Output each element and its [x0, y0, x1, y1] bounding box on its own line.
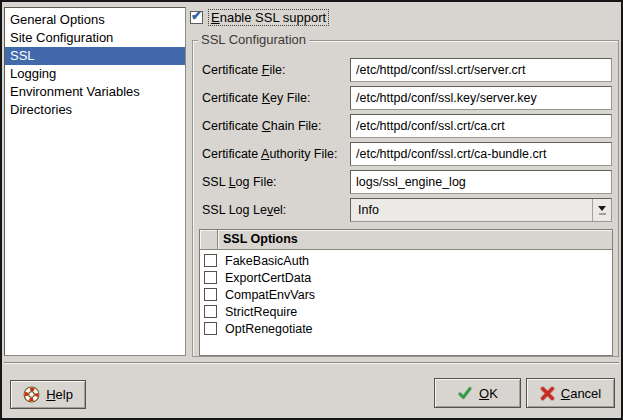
sidebar-item-site-configuration[interactable]: Site Configuration [5, 29, 185, 47]
exportcertdata-label: ExportCertData [225, 271, 311, 285]
sidebar-item-ssl[interactable]: SSL [5, 47, 185, 65]
strictrequire-checkbox[interactable] [204, 305, 217, 318]
check-icon: ✔ [191, 9, 202, 22]
option-row-fakebasicauth[interactable]: FakeBasicAuth [200, 252, 612, 269]
certificate-file-label: Certificate File: [202, 63, 285, 77]
ssl-settings-dialog: General Options Site Configuration SSL L… [0, 0, 623, 420]
sidebar-item-environment-variables[interactable]: Environment Variables [5, 83, 185, 101]
ssl-log-level-value: Info [351, 203, 592, 217]
enable-ssl-checkbox[interactable]: ✔ [190, 11, 203, 24]
ssl-log-file-label: SSL Log File: [202, 175, 277, 189]
ok-button[interactable]: OK [434, 378, 521, 408]
certificate-file-row: Certificate File: [202, 58, 612, 82]
certificate-authority-file-row: Certificate Authority File: [202, 142, 612, 166]
certificate-chain-file-label: Certificate Chain File: [202, 119, 322, 133]
cancel-button[interactable]: Cancel [526, 378, 615, 408]
option-row-compatenvvars[interactable]: CompatEnvVars [200, 286, 612, 303]
cancel-x-icon [540, 386, 555, 401]
fakebasicauth-label: FakeBasicAuth [225, 254, 309, 268]
ok-check-icon [457, 385, 473, 401]
certificate-key-file-label: Certificate Key File: [202, 91, 310, 105]
chevron-down-icon [598, 206, 606, 211]
sidebar-item-general-options[interactable]: General Options [5, 11, 185, 29]
ssl-options-table-header: SSL Options [200, 230, 612, 250]
ssl-log-level-label: SSL Log Level: [202, 203, 286, 217]
certificate-authority-file-input[interactable] [350, 142, 612, 166]
strictrequire-label: StrictRequire [225, 305, 297, 319]
compatenvvars-checkbox[interactable] [204, 288, 217, 301]
fakebasicauth-checkbox[interactable] [204, 254, 217, 267]
ssl-options-table-body: FakeBasicAuth ExportCertData CompatEnvVa… [200, 250, 612, 337]
certificate-chain-file-input[interactable] [350, 114, 612, 138]
ok-button-label: OK [479, 386, 498, 401]
optrenegotiate-label: OptRenegotiate [225, 322, 313, 336]
dropdown-dash-icon [599, 213, 606, 215]
certificate-key-file-input[interactable] [350, 86, 612, 110]
option-row-strictrequire[interactable]: StrictRequire [200, 303, 612, 320]
bottom-separator [4, 362, 619, 364]
option-row-exportcertdata[interactable]: ExportCertData [200, 269, 612, 286]
options-column-header[interactable]: SSL Options [218, 230, 612, 250]
ssl-log-file-input[interactable] [350, 170, 612, 194]
ssl-options-table: SSL Options FakeBasicAuth ExportCertData… [199, 229, 613, 356]
options-checkbox-column-header[interactable] [200, 230, 218, 250]
sidebar-item-directories[interactable]: Directories [5, 101, 185, 119]
optrenegotiate-checkbox[interactable] [204, 322, 217, 335]
sidebar-list: General Options Site Configuration SSL L… [4, 7, 186, 356]
ssl-log-level-combo[interactable]: Info [350, 198, 612, 222]
help-button-label: Help [46, 387, 73, 402]
ssl-log-file-row: SSL Log File: [202, 170, 612, 194]
ssl-log-level-row: SSL Log Level: Info [202, 198, 612, 222]
frame-title: SSL Configuration [198, 32, 309, 48]
certificate-chain-file-row: Certificate Chain File: [202, 114, 612, 138]
cancel-button-label: Cancel [561, 386, 601, 401]
certificate-authority-file-label: Certificate Authority File: [202, 147, 338, 161]
compatenvvars-label: CompatEnvVars [225, 288, 315, 302]
combo-dropdown-button[interactable] [592, 199, 611, 221]
help-button[interactable]: Help [10, 380, 86, 409]
certificate-file-input[interactable] [350, 58, 612, 82]
help-lifebuoy-icon [23, 386, 40, 403]
sidebar-item-logging[interactable]: Logging [5, 65, 185, 83]
option-row-optrenegotiate[interactable]: OptRenegotiate [200, 320, 612, 337]
certificate-key-file-row: Certificate Key File: [202, 86, 612, 110]
enable-ssl-row[interactable]: ✔ Enable SSL support [190, 9, 329, 26]
exportcertdata-checkbox[interactable] [204, 271, 217, 284]
ssl-configuration-frame: SSL Configuration Certificate File: Cert… [192, 40, 619, 357]
enable-ssl-label[interactable]: Enable SSL support [208, 9, 329, 26]
